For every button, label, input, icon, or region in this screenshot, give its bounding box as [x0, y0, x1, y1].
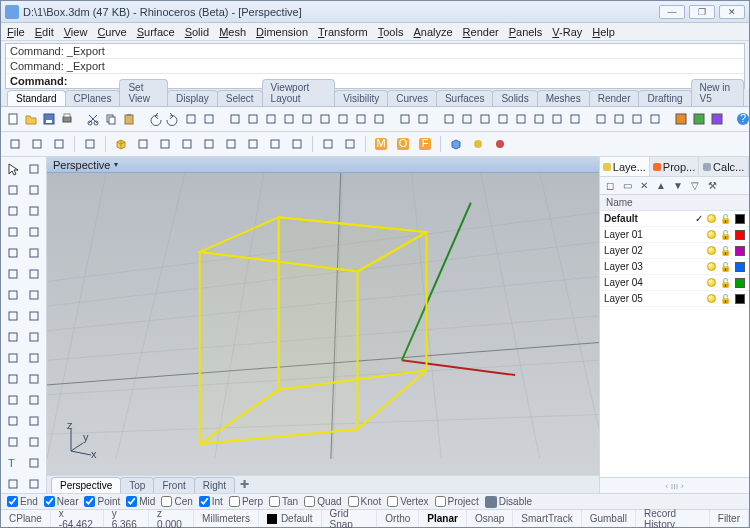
lock-icon[interactable]: 🔓	[720, 294, 731, 304]
osnap-disable[interactable]: Disable	[485, 496, 532, 508]
layers-button[interactable]	[611, 109, 627, 129]
car-button[interactable]	[441, 109, 457, 129]
render-button[interactable]	[513, 109, 529, 129]
ghost-button[interactable]	[477, 109, 493, 129]
menu-solid[interactable]: Solid	[185, 26, 209, 38]
trim-button[interactable]	[24, 474, 44, 494]
paste-button[interactable]	[121, 109, 137, 129]
viewport-tab-perspective[interactable]: Perspective	[51, 477, 121, 493]
cone-s-button[interactable]	[3, 327, 23, 347]
layer-row[interactable]: Layer 05🔓	[600, 291, 749, 307]
undo-views-button[interactable]	[183, 109, 199, 129]
rotate-button[interactable]	[245, 109, 261, 129]
filter-icon[interactable]: ▽	[688, 179, 702, 193]
ellipsoid-button[interactable]	[24, 327, 44, 347]
sphere-s-button[interactable]	[24, 306, 44, 326]
polyline-button[interactable]	[3, 180, 23, 200]
box-s-button[interactable]	[3, 306, 23, 326]
4view-button[interactable]	[397, 109, 413, 129]
move-up-button[interactable]: ▲	[654, 179, 668, 193]
menu-curve[interactable]: Curve	[97, 26, 126, 38]
move-down-button[interactable]: ▼	[671, 179, 685, 193]
menu-mesh[interactable]: Mesh	[219, 26, 246, 38]
lock-icon[interactable]: 🔓	[720, 214, 731, 224]
poly5-button[interactable]	[3, 243, 23, 263]
status-grid-snap[interactable]: Grid Snap	[322, 510, 378, 527]
circle-button[interactable]	[24, 180, 44, 200]
spline-button[interactable]	[24, 264, 44, 284]
text-T-button[interactable]: T	[3, 453, 23, 473]
menu-dimension[interactable]: Dimension	[256, 26, 308, 38]
status-gumball[interactable]: Gumball	[582, 510, 636, 527]
teapot-button[interactable]	[243, 134, 263, 154]
layer-row[interactable]: Layer 04🔓	[600, 275, 749, 291]
bulb-icon[interactable]	[707, 294, 716, 303]
bulb-icon[interactable]	[707, 214, 716, 223]
o-orange-button[interactable]: O	[393, 134, 413, 154]
osnap-tan[interactable]: Tan	[269, 496, 298, 507]
bulb-icon[interactable]	[707, 246, 716, 255]
arrow-r-button[interactable]	[49, 134, 69, 154]
options-button[interactable]	[593, 109, 609, 129]
orbit-button[interactable]	[299, 109, 315, 129]
props-button[interactable]	[629, 109, 645, 129]
layer-row[interactable]: Layer 01🔓	[600, 227, 749, 243]
osnap-mid[interactable]: Mid	[126, 496, 155, 507]
add-viewport-button[interactable]: ✚	[234, 476, 255, 493]
scale-button[interactable]	[281, 109, 297, 129]
lasso-button[interactable]	[24, 159, 44, 179]
swatch-o-button[interactable]	[673, 109, 689, 129]
tool-tab-solids[interactable]: Solids	[492, 90, 537, 106]
layer-props-button[interactable]: ⚒	[705, 179, 719, 193]
cyl-button[interactable]	[199, 134, 219, 154]
tool-tab-surfaces[interactable]: Surfaces	[436, 90, 493, 106]
dim-button[interactable]	[24, 453, 44, 473]
revolve-button[interactable]	[3, 369, 23, 389]
status-planar[interactable]: Planar	[419, 510, 467, 527]
gear-button[interactable]	[340, 134, 360, 154]
star-r-button[interactable]	[490, 134, 510, 154]
osnap-project[interactable]: Project	[435, 496, 479, 507]
osnap-cen[interactable]: Cen	[161, 496, 192, 507]
extrude2-button[interactable]	[24, 348, 44, 368]
extrude-button[interactable]	[3, 348, 23, 368]
viewport-3d[interactable]: z x y	[47, 173, 599, 475]
scrollbar-thumb[interactable]: ‹ ııı ›	[600, 477, 749, 493]
menu-edit[interactable]: Edit	[35, 26, 54, 38]
delete-layer-button[interactable]: ✕	[637, 179, 651, 193]
panel-tab-calc[interactable]: Calc...	[699, 157, 749, 176]
lock-icon[interactable]: 🔓	[720, 278, 731, 288]
sphere-button[interactable]	[177, 134, 197, 154]
circle3-button[interactable]	[3, 201, 23, 221]
panel-tab-prop[interactable]: Prop...	[650, 157, 700, 176]
human-button[interactable]	[265, 134, 285, 154]
move-button[interactable]	[227, 109, 243, 129]
spotlight-button[interactable]	[5, 134, 25, 154]
status-z[interactable]: z 0.000	[149, 510, 194, 527]
box-open-button[interactable]	[155, 134, 175, 154]
color-swatch[interactable]	[735, 230, 745, 240]
status-y[interactable]: y 6.366	[104, 510, 149, 527]
osnap-quad[interactable]: Quad	[304, 496, 341, 507]
osnap-near[interactable]: Near	[44, 496, 79, 507]
bulb-button[interactable]	[549, 109, 565, 129]
status-smarttrack[interactable]: SmartTrack	[513, 510, 581, 527]
tool-tab-viewport-layout[interactable]: Viewport Layout	[262, 79, 336, 106]
chamfer-button[interactable]	[24, 390, 44, 410]
bulb-icon[interactable]	[707, 230, 716, 239]
status-layer[interactable]: Default	[259, 510, 322, 527]
tool-tab-cplanes[interactable]: CPlanes	[65, 90, 121, 106]
rect-button[interactable]	[24, 222, 44, 242]
menu-file[interactable]: File	[7, 26, 25, 38]
layer-row[interactable]: Layer 03🔓	[600, 259, 749, 275]
menu-surface[interactable]: Surface	[137, 26, 175, 38]
bulb-icon[interactable]	[707, 278, 716, 287]
box-object[interactable]	[200, 217, 427, 444]
boolean-button[interactable]	[24, 369, 44, 389]
tool-tab-set-view[interactable]: Set View	[119, 79, 168, 106]
tool-tab-standard[interactable]: Standard	[7, 90, 66, 106]
lamp-button[interactable]	[567, 109, 583, 129]
tool-tab-render[interactable]: Render	[589, 90, 640, 106]
poly-button[interactable]	[221, 134, 241, 154]
square-button[interactable]	[80, 134, 100, 154]
